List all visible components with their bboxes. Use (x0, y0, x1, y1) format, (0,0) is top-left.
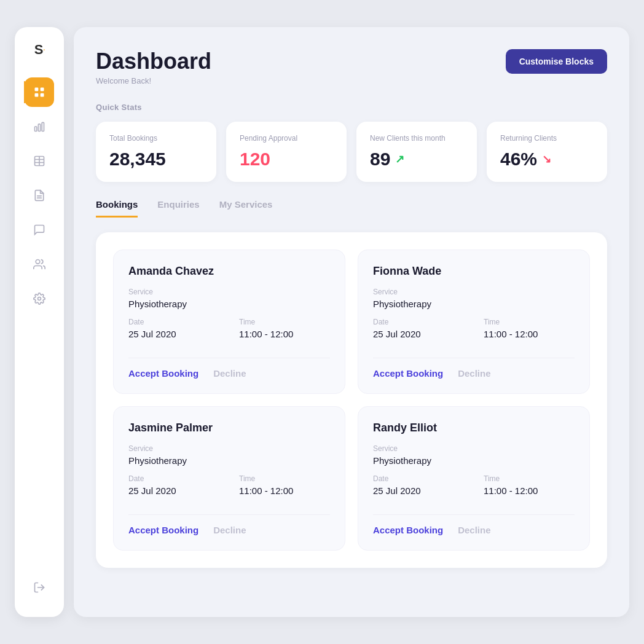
booking-card-2: Fionna Wade Service Physiotherapy Date 2… (358, 249, 590, 394)
active-bar (24, 81, 26, 103)
logo-dot-yellow: · (43, 47, 44, 53)
booking-date-col-2: Date 25 Jul 2020 (373, 318, 464, 348)
booking-date-label-2: Date (373, 318, 464, 326)
stat-card-pending-approval: Pending Approval 120 (226, 122, 347, 182)
booking-time-col-4: Time 11:00 - 12:00 (484, 474, 575, 505)
logout-icon (33, 581, 45, 594)
table-icon (33, 155, 45, 167)
sidebar-item-dashboard[interactable] (25, 77, 54, 107)
accept-booking-button-1[interactable]: Accept Booking (128, 368, 198, 379)
booking-name-1: Amanda Chavez (128, 265, 330, 278)
sidebar-item-chart[interactable] (25, 112, 54, 141)
stat-label-pending-approval: Pending Approval (240, 134, 333, 143)
booking-name-3: Jasmine Palmer (128, 422, 330, 434)
stat-label-new-clients: New Clients this month (370, 134, 463, 143)
sidebar-bottom (25, 573, 54, 602)
booking-time-value-3: 11:00 - 12:00 (239, 485, 330, 496)
decline-booking-button-3[interactable]: Decline (213, 525, 246, 535)
booking-service-label-4: Service (373, 444, 575, 453)
tab-enquiries[interactable]: Enquiries (157, 199, 199, 218)
svg-point-14 (38, 297, 41, 300)
stats-grid: Total Bookings 28,345 Pending Approval 1… (96, 122, 607, 182)
booking-card-1: Amanda Chavez Service Physiotherapy Date… (113, 249, 345, 394)
message-icon (33, 224, 45, 236)
accept-booking-button-4[interactable]: Accept Booking (373, 525, 443, 535)
main-content: Dashboard Welcome Back! Customise Blocks… (74, 27, 629, 617)
decline-booking-button-2[interactable]: Decline (458, 368, 490, 379)
svg-rect-3 (41, 93, 44, 97)
svg-rect-1 (41, 88, 44, 92)
app-container: S· (15, 27, 629, 617)
stat-value-total-bookings: 28,345 (109, 149, 203, 170)
trend-down-icon: ↘ (542, 152, 551, 166)
sidebar-item-message[interactable] (25, 215, 54, 245)
booking-date-value-4: 25 Jul 2020 (373, 485, 464, 496)
booking-service-value-1: Physiotherapy (128, 299, 330, 309)
booking-time-value-4: 11:00 - 12:00 (484, 485, 575, 496)
sidebar-item-logout[interactable] (25, 573, 54, 602)
booking-date-col-1: Date 25 Jul 2020 (128, 318, 219, 348)
sidebar-item-settings[interactable] (25, 284, 54, 313)
quick-stats-label: Quick Stats (96, 103, 607, 112)
booking-service-label-2: Service (373, 288, 575, 296)
booking-actions-2: Accept Booking Decline (373, 358, 575, 379)
booking-time-label-4: Time (484, 474, 575, 483)
sidebar-item-table[interactable] (25, 146, 54, 176)
booking-service-value-3: Physiotherapy (128, 455, 330, 466)
booking-datetime-row-2: Date 25 Jul 2020 Time 11:00 - 12:00 (373, 318, 575, 348)
booking-time-label-3: Time (239, 474, 330, 483)
trend-up-icon: ↗ (395, 152, 404, 166)
users-icon (33, 258, 45, 270)
booking-service-value-2: Physiotherapy (373, 299, 575, 309)
booking-datetime-row-3: Date 25 Jul 2020 Time 11:00 - 12:00 (128, 474, 330, 505)
booking-name-4: Randy Elliot (373, 422, 575, 434)
grid-icon (33, 86, 45, 98)
customise-blocks-button[interactable]: Customise Blocks (506, 49, 607, 74)
sidebar-nav (15, 77, 64, 313)
tab-bookings[interactable]: Bookings (96, 199, 138, 218)
booking-time-value-1: 11:00 - 12:00 (239, 329, 330, 339)
booking-card-3: Jasmine Palmer Service Physiotherapy Dat… (113, 406, 345, 551)
sidebar-item-document[interactable] (25, 181, 54, 210)
booking-date-label-1: Date (128, 318, 219, 326)
header-subtitle: Welcome Back! (96, 76, 211, 85)
tab-my-services[interactable]: My Services (219, 199, 273, 218)
booking-date-label-4: Date (373, 474, 464, 483)
booking-card-4: Randy Elliot Service Physiotherapy Date … (358, 406, 590, 551)
decline-booking-button-4[interactable]: Decline (458, 525, 490, 535)
header: Dashboard Welcome Back! Customise Blocks (96, 49, 607, 85)
booking-date-label-3: Date (128, 474, 219, 483)
booking-date-col-4: Date 25 Jul 2020 (373, 474, 464, 505)
decline-booking-button-1[interactable]: Decline (213, 368, 246, 379)
stat-value-returning-clients: 46% ↘ (500, 149, 594, 170)
booking-time-label-1: Time (239, 318, 330, 326)
booking-date-value-3: 25 Jul 2020 (128, 485, 219, 496)
svg-rect-2 (35, 93, 39, 97)
booking-date-value-1: 25 Jul 2020 (128, 329, 219, 339)
bookings-panel: Amanda Chavez Service Physiotherapy Date… (96, 232, 607, 568)
booking-time-col-2: Time 11:00 - 12:00 (484, 318, 575, 348)
svg-rect-4 (35, 127, 37, 132)
stat-label-returning-clients: Returning Clients (500, 134, 594, 143)
booking-datetime-row-4: Date 25 Jul 2020 Time 11:00 - 12:00 (373, 474, 575, 505)
accept-booking-button-3[interactable]: Accept Booking (128, 525, 198, 535)
stat-card-total-bookings: Total Bookings 28,345 (96, 122, 216, 182)
booking-service-value-4: Physiotherapy (373, 455, 575, 466)
stat-card-returning-clients: Returning Clients 46% ↘ (487, 122, 607, 182)
tabs: Bookings Enquiries My Services (96, 199, 607, 218)
stat-card-new-clients: New Clients this month 89 ↗ (356, 122, 477, 182)
booking-time-value-2: 11:00 - 12:00 (484, 329, 575, 339)
svg-point-13 (36, 260, 40, 264)
booking-time-label-2: Time (484, 318, 575, 326)
logo: S· (34, 42, 44, 58)
booking-service-label-1: Service (128, 288, 330, 296)
settings-icon (33, 293, 45, 305)
booking-service-label-3: Service (128, 444, 330, 453)
page-title: Dashboard (96, 49, 211, 74)
booking-actions-4: Accept Booking Decline (373, 514, 575, 535)
sidebar-item-users[interactable] (25, 249, 54, 279)
booking-time-col-3: Time 11:00 - 12:00 (239, 474, 330, 505)
booking-datetime-row-1: Date 25 Jul 2020 Time 11:00 - 12:00 (128, 318, 330, 348)
accept-booking-button-2[interactable]: Accept Booking (373, 368, 443, 379)
svg-rect-0 (35, 88, 39, 92)
